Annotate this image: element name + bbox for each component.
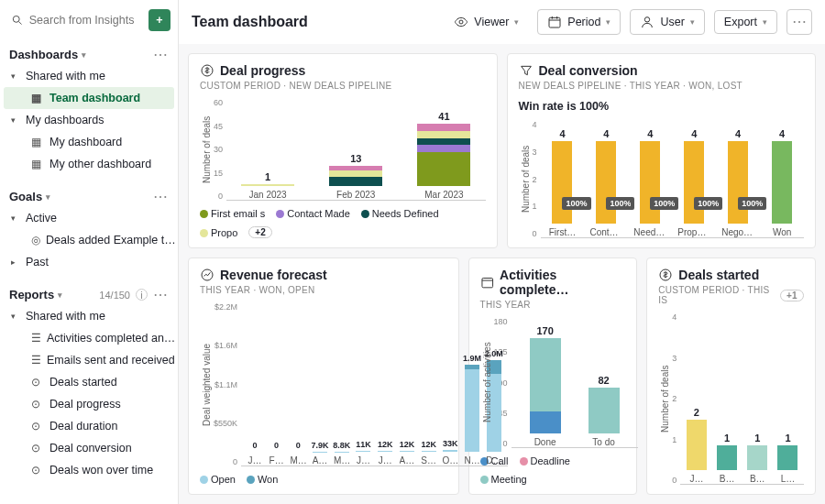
chevron-down-icon: ▾	[58, 290, 62, 300]
card-sub: CUSTOM PERIOD · THIS IS +1	[658, 285, 804, 305]
section-menu[interactable]: ⋯	[153, 193, 169, 201]
reports-count: 14/150	[99, 290, 130, 301]
period-select[interactable]: Period▾	[537, 9, 621, 35]
section-reports[interactable]: Reports ▾	[9, 288, 62, 301]
report-item[interactable]: ☰Activities completed an…	[0, 327, 178, 349]
card-sub: NEW DEALS PIPELINE · THIS YEAR · WON, LO…	[519, 81, 805, 91]
search-input-wrap[interactable]	[7, 9, 143, 31]
coin-icon: ⊙	[31, 464, 44, 477]
report-item[interactable]: ⊙Deals won over time	[0, 459, 178, 481]
chart-bars: 0J…0F…0M…7.9KA…8.8KM…11KJ…12KJ…12KA…12KS…	[241, 302, 508, 466]
legend-more[interactable]: +2	[248, 226, 271, 238]
item-my-dashboard[interactable]: ▦My dashboard	[0, 131, 178, 153]
item-team-dashboard[interactable]: ▦Team dashboard	[4, 87, 174, 109]
legend: OpenWon	[200, 474, 447, 485]
report-item[interactable]: ☰Emails sent and received	[0, 349, 178, 371]
group-active[interactable]: ▾Active	[0, 207, 178, 229]
coin-icon: ⊙	[31, 442, 44, 455]
chart-bars: 1Jan 202313Feb 202341Mar 2023	[226, 98, 485, 201]
coin-icon: ⊙	[31, 376, 44, 389]
card-deals-started: Deals started CUSTOM PERIOD · THIS IS +1…	[646, 257, 816, 495]
report-item[interactable]: ⊙Deal progress	[0, 393, 178, 415]
item-deals-added[interactable]: ◎Deals added Example t…	[0, 229, 178, 251]
svg-rect-10	[481, 279, 492, 288]
export-button[interactable]: Export▾	[714, 10, 777, 34]
report-item[interactable]: ⊙Deal duration	[0, 415, 178, 437]
y-axis-label: Number of activities	[480, 317, 494, 448]
section-goals[interactable]: Goals ▾	[9, 190, 50, 203]
svg-point-7	[645, 17, 650, 22]
calendar-icon	[480, 275, 495, 290]
chart-bars: 2J…1B…1B…1L…	[680, 312, 804, 485]
chart-bars: 170Done82To do	[512, 317, 638, 448]
chart-bars: 4First…100%4Conta…100%4Needs…100%4Propo……	[541, 120, 804, 238]
section-menu[interactable]: ⋯	[153, 51, 169, 59]
dashboard-icon: ▦	[31, 136, 44, 148]
cal-icon: ☰	[31, 332, 41, 345]
section-menu[interactable]: ⋯	[153, 291, 169, 299]
group-past[interactable]: ▸Past	[0, 251, 178, 273]
add-button[interactable]: +	[148, 9, 170, 31]
coin-icon: ⊙	[31, 398, 44, 411]
chevron-down-icon: ▾	[46, 192, 50, 202]
report-item[interactable]: ⊙Deal conversion	[0, 437, 178, 459]
card-title: Activities complete…	[500, 268, 625, 297]
report-item[interactable]: ⊙Deals started	[0, 371, 178, 393]
group-shared[interactable]: ▾Shared with me	[0, 65, 178, 87]
card-sub: CUSTOM PERIOD · NEW DEALS PIPELINE	[200, 81, 486, 91]
y-axis-label: Number of deals	[658, 312, 672, 485]
svg-rect-3	[549, 17, 560, 27]
section-dashboards[interactable]: Dashboards ▾	[9, 48, 86, 61]
more-button[interactable]: ⋯	[786, 9, 812, 35]
y-axis-label: Number of deals	[200, 98, 214, 201]
card-revenue-forecast: Revenue forecast THIS YEAR · WON, OPEN D…	[188, 257, 459, 495]
search-input[interactable]	[29, 14, 139, 27]
calendar-icon	[547, 15, 562, 29]
svg-line-1	[19, 22, 22, 25]
svg-point-2	[459, 20, 463, 24]
funnel-icon	[519, 63, 534, 78]
topbar: Team dashboard Viewer▾ Period▾ User▾ Exp…	[179, 0, 825, 44]
coin-icon	[200, 63, 214, 78]
svg-point-0	[13, 16, 19, 22]
info-icon[interactable]: i	[136, 289, 148, 301]
card-title: Deals started	[678, 268, 759, 282]
user-icon	[640, 15, 654, 29]
card-title: Deal conversion	[539, 63, 638, 78]
coin-icon	[658, 268, 673, 282]
card-title: Revenue forecast	[220, 268, 327, 282]
group-reports-shared[interactable]: ▾Shared with me	[0, 305, 178, 327]
card-deal-conversion: Deal conversion NEW DEALS PIPELINE · THI…	[507, 53, 817, 248]
target-icon: ◎	[31, 234, 40, 247]
user-select[interactable]: User▾	[630, 9, 704, 35]
item-my-other-dashboard[interactable]: ▦My other dashboard	[0, 153, 178, 175]
eye-icon	[454, 15, 468, 29]
card-deal-progress: Deal progress CUSTOM PERIOD · NEW DEALS …	[188, 53, 498, 248]
coin-icon: ⊙	[31, 420, 44, 433]
dashboard-icon: ▦	[31, 92, 44, 104]
y-axis-label: Number of deals	[519, 120, 533, 238]
win-rate-note: Win rate is 100%	[519, 100, 805, 113]
legend: First email sContact MadeNeeds DefinedPr…	[200, 208, 486, 238]
cal-icon: ☰	[31, 354, 41, 367]
main: Team dashboard Viewer▾ Period▾ User▾ Exp…	[179, 0, 825, 504]
sidebar: + Dashboards ▾ ⋯ ▾Shared with me ▦Team d…	[0, 0, 179, 504]
page-title: Team dashboard	[192, 14, 435, 30]
group-my-dashboards[interactable]: ▾My dashboards	[0, 109, 178, 131]
card-sub: THIS YEAR · WON, OPEN	[200, 285, 447, 295]
forecast-icon	[200, 268, 214, 282]
chevron-down-icon: ▾	[82, 50, 86, 60]
dashboard-icon: ▦	[31, 158, 44, 170]
more-badge[interactable]: +1	[780, 290, 804, 301]
y-axis-label: Deal weighted value	[200, 302, 214, 466]
card-title: Deal progress	[220, 63, 305, 78]
search-icon	[11, 13, 24, 27]
viewer-select[interactable]: Viewer▾	[445, 10, 528, 34]
